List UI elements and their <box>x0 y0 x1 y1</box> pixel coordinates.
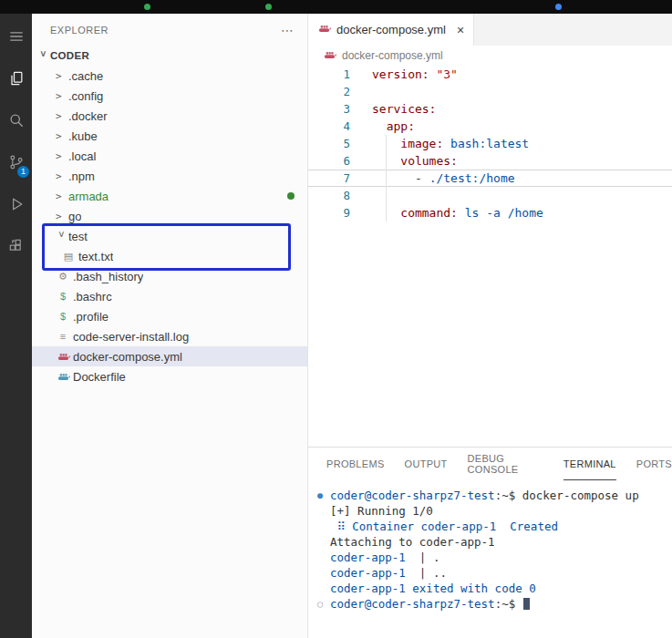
code-line-7[interactable]: 7 - ./test:/home <box>308 170 672 187</box>
tree-item--local[interactable]: >.local <box>32 146 307 166</box>
terminal[interactable]: ●coder@coder-sharpz7-test:~$ docker-comp… <box>308 480 672 638</box>
line-number: 6 <box>308 152 350 170</box>
chevron-right-icon: > <box>56 170 68 182</box>
terminal-line: [+] Running 1/0 <box>317 503 672 519</box>
breadcrumb[interactable]: docker-compose.yml <box>308 46 672 66</box>
code-line-9[interactable]: 9 command: ls -a /home <box>308 204 672 221</box>
panel-tab-debug-console[interactable]: DEBUG CONSOLE <box>468 448 543 480</box>
line-number: 5 <box>308 135 350 152</box>
terminal-line: ●coder@coder-sharpz7-test:~$ docker-comp… <box>317 488 672 503</box>
tree-item-label: .docker <box>68 109 108 123</box>
tree-item--cache[interactable]: >.cache <box>32 66 307 86</box>
whale-icon <box>323 49 336 60</box>
text-file-icon: ▤ <box>61 251 76 262</box>
whale-icon <box>57 371 70 382</box>
chevron-right-icon: > <box>56 70 68 82</box>
code-line-4[interactable]: 4 app: <box>308 118 672 135</box>
tree-item--bash-history[interactable]: ⚙.bash_history <box>32 266 307 286</box>
shell-icon: $ <box>56 291 70 302</box>
tree-item-go[interactable]: >go <box>32 206 307 226</box>
code-line-8[interactable]: 8 <box>308 187 672 204</box>
tree-item-label: .local <box>68 149 96 163</box>
chevron-right-icon: > <box>56 150 68 162</box>
favicon-dot <box>555 4 562 10</box>
terminal-gutter <box>317 581 330 596</box>
tree-item-armada[interactable]: >armada <box>32 186 307 206</box>
tree-item--config[interactable]: >.config <box>32 86 307 106</box>
code-line-2[interactable]: 2 <box>308 83 672 100</box>
chevron-down-icon: > <box>56 231 67 243</box>
favicon-dot <box>265 4 272 10</box>
tree-item-label: armada <box>68 190 109 203</box>
code-text: version: "3" <box>350 66 458 83</box>
tree-item--kube[interactable]: >.kube <box>32 126 307 146</box>
whale-icon <box>317 23 331 34</box>
terminal-line: ⠿ Container coder-app-1 Created <box>317 519 672 534</box>
tree-item--profile[interactable]: $.profile <box>32 306 307 326</box>
tree-item-label: .bashrc <box>73 290 112 304</box>
tree-item--bashrc[interactable]: $.bashrc <box>32 286 307 306</box>
more-actions-icon[interactable]: ⋯ <box>281 23 295 37</box>
code-text <box>350 187 372 204</box>
tree-root-coder[interactable]: > CODER <box>32 46 307 66</box>
favicon-dot <box>144 4 150 10</box>
shell-icon: $ <box>56 311 70 322</box>
root-folder-label: CODER <box>50 50 89 61</box>
tree-item-test[interactable]: >test <box>32 226 307 246</box>
tree-item-label: .config <box>68 89 103 103</box>
explorer-icon <box>7 69 26 87</box>
activity-item-menu[interactable] <box>0 15 32 57</box>
tree-item-docker-compose-yml[interactable]: docker-compose.yml <box>32 346 307 366</box>
tree-item-text-txt[interactable]: ▤text.txt <box>32 246 307 266</box>
activity-item-search[interactable] <box>0 99 32 141</box>
gear-icon: ⚙ <box>56 271 70 283</box>
terminal-gutter <box>317 534 330 550</box>
workbench: 1 EXPLORER ⋯ > CODER >.cache>.config>.do… <box>0 14 672 638</box>
tree-item-dockerfile[interactable]: Dockerfile <box>32 366 307 386</box>
activity-item-extensions[interactable] <box>0 225 32 267</box>
tab-label: docker-compose.yml <box>336 23 446 36</box>
chevron-right-icon: > <box>56 130 68 142</box>
breadcrumb-item: docker-compose.yml <box>342 49 443 62</box>
line-number: 2 <box>308 83 350 100</box>
code-text: command: ls -a /home <box>350 204 543 221</box>
command-decoration-icon: ● <box>317 488 330 503</box>
docker-compose-icon <box>56 351 70 362</box>
close-icon[interactable]: × <box>457 23 464 37</box>
code-line-1[interactable]: 1version: "3" <box>308 66 672 83</box>
code-line-5[interactable]: 5 image: bash:latest <box>308 135 672 152</box>
code-text <box>350 83 372 100</box>
panel-tab-ports[interactable]: PORTS <box>636 448 672 480</box>
activity-item-explorer[interactable] <box>0 57 32 99</box>
chevron-down-icon: > <box>37 50 49 63</box>
tab-docker-compose-yml[interactable]: docker-compose.yml × <box>308 14 474 46</box>
extensions-icon <box>7 237 26 255</box>
line-number: 3 <box>308 100 350 118</box>
scm-badge: 1 <box>17 166 29 178</box>
tree-item--npm[interactable]: >.npm <box>32 166 307 186</box>
search-icon <box>7 111 26 129</box>
line-number: 9 <box>308 204 350 221</box>
panel-tab-output[interactable]: OUTPUT <box>405 448 448 480</box>
code-line-6[interactable]: 6 volumes: <box>308 152 672 170</box>
activity-item-run-debug[interactable] <box>0 183 32 225</box>
terminal-gutter <box>317 503 330 519</box>
panel-tab-problems[interactable]: PROBLEMS <box>326 448 385 480</box>
tree-item-label: go <box>68 210 81 223</box>
git-modified-dot <box>287 192 295 200</box>
panel-tab-terminal[interactable]: TERMINAL <box>563 448 616 480</box>
code-text: services: <box>350 100 436 118</box>
tree-item-label: text.txt <box>78 250 113 263</box>
activity-item-source-control[interactable]: 1 <box>0 141 32 183</box>
tree-item-label: test <box>68 230 88 243</box>
code-editor[interactable]: 1version: "3"23services:4 app:5 image: b… <box>308 66 672 447</box>
code-line-3[interactable]: 3services: <box>308 100 672 118</box>
tree-item-code-server-install-log[interactable]: ≡code-server-install.log <box>32 326 307 346</box>
line-number: 1 <box>308 66 350 83</box>
editor-tab-bar: docker-compose.yml × <box>308 14 672 46</box>
explorer-sidebar: EXPLORER ⋯ > CODER >.cache>.config>.dock… <box>32 14 308 638</box>
tree-item--docker[interactable]: >.docker <box>32 106 307 126</box>
tree-item-label: .npm <box>68 170 95 183</box>
editor-region: docker-compose.yml × docker-compose.yml … <box>308 14 672 638</box>
terminal-gutter <box>317 550 330 565</box>
